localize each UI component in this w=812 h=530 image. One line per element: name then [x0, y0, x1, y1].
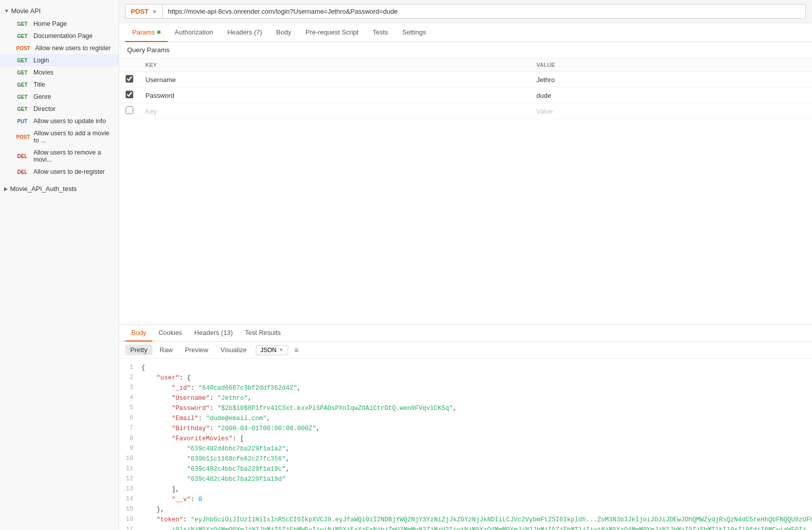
- method-badge-put: PUT: [14, 118, 30, 125]
- param-key-placeholder[interactable]: Key: [139, 103, 530, 119]
- chevron-right-icon: ▶: [4, 186, 8, 192]
- method-badge-get: GET: [14, 69, 30, 76]
- sidebar-item-label: Allow users to update info: [33, 118, 106, 125]
- param-checkbox[interactable]: [126, 75, 133, 83]
- sidebar-item[interactable]: GET Genre: [0, 91, 119, 103]
- format-pretty-button[interactable]: Pretty: [125, 345, 152, 355]
- method-badge-del: DEL: [14, 153, 30, 160]
- row-checkbox-cell: [119, 103, 139, 119]
- format-preview-button[interactable]: Preview: [180, 345, 213, 355]
- row-checkbox-cell: [119, 72, 139, 88]
- sidebar-item[interactable]: POST Allow new users to register: [0, 42, 119, 54]
- filter-icon[interactable]: ≡: [294, 346, 298, 354]
- query-params-header: Query Params: [119, 42, 812, 58]
- tab-authorization[interactable]: Authorization: [168, 23, 220, 42]
- tab-pre-request[interactable]: Pre-request Script: [298, 23, 366, 42]
- response-tab-cookies[interactable]: Cookies: [152, 325, 188, 342]
- request-tabs-bar: Params Authorization Headers (7) Body Pr…: [119, 23, 812, 42]
- method-badge-get: GET: [14, 106, 30, 112]
- tab-settings[interactable]: Settings: [395, 23, 433, 42]
- param-value[interactable]: Jethro: [530, 72, 812, 88]
- query-params-section: Query Params KEY VALUE Username Jethro: [119, 42, 812, 119]
- tab-headers[interactable]: Headers (7): [220, 23, 269, 42]
- sidebar-item[interactable]: GET Title: [0, 79, 119, 91]
- param-checkbox[interactable]: [126, 91, 133, 98]
- sidebar-item-label: Title: [33, 81, 45, 88]
- sidebar-item[interactable]: GET Movies: [0, 66, 119, 79]
- tab-label: Pre-request Script: [305, 28, 359, 36]
- sidebar-item-label: Allow users to de-register: [33, 168, 105, 175]
- sidebar: ▼ Movie API GET Home Page GET Documentat…: [0, 0, 119, 530]
- sidebar-item[interactable]: GET Director: [0, 103, 119, 115]
- sidebar-item[interactable]: GET Documentation Page: [0, 30, 119, 42]
- json-format-select[interactable]: JSON ▼: [256, 345, 288, 355]
- json-line: 4 "Username": "Jethro",: [119, 393, 812, 403]
- method-badge-get: GET: [14, 21, 30, 27]
- params-dot: [157, 30, 161, 34]
- json-line: 8 "FavoriteMovies": [: [119, 434, 812, 444]
- tab-tests[interactable]: Tests: [366, 23, 395, 42]
- sidebar-item[interactable]: POST Allow users to add a movie to ...: [0, 127, 119, 146]
- method-select[interactable]: POST ▼: [125, 4, 162, 19]
- tab-label: Authorization: [175, 28, 213, 36]
- collection-label: Movie API: [11, 7, 41, 15]
- json-line: 16 "token": "eyJhbGciOiJIUzI1NiIsInR5cCI…: [119, 515, 812, 525]
- method-badge-get: GET: [14, 33, 30, 40]
- tab-label: Headers (7): [227, 28, 262, 36]
- method-badge-get: GET: [14, 57, 30, 64]
- json-format-label: JSON: [260, 347, 277, 354]
- json-line: 5 "Password": "$2b$10$8P1frv4lC3xt.kxxPl…: [119, 403, 812, 413]
- format-bar: Pretty Raw Preview Visualize JSON ▼ ≡: [119, 342, 812, 359]
- json-line: 9 "639c482d4bbc7ba229f1a1a2",: [119, 444, 812, 454]
- response-tab-test-results[interactable]: Test Results: [239, 325, 287, 342]
- tab-label: Cookies: [159, 329, 182, 336]
- sidebar-item-label: Allow users to add a movie to ...: [34, 130, 114, 144]
- table-row-empty: Key Value: [119, 103, 812, 119]
- row-checkbox-cell: [119, 88, 139, 103]
- spacer: [119, 119, 812, 324]
- json-line: 10 "639b11c1168cfe62c27fc356",: [119, 454, 812, 464]
- sidebar-collection-movie-api[interactable]: ▼ Movie API: [0, 4, 119, 18]
- url-input[interactable]: [162, 4, 806, 19]
- method-badge-get: GET: [14, 94, 30, 100]
- sidebar-item-label: Allow new users to register: [35, 45, 110, 52]
- collection-label: Movie_API_Auth_tests: [10, 185, 77, 193]
- param-value-placeholder[interactable]: Value: [530, 103, 812, 119]
- tab-label: Params: [132, 28, 155, 36]
- json-viewer: 1 { 2 "user": { 3 "_id": "640cad6667c3bf…: [119, 359, 812, 530]
- method-badge-del: DEL: [14, 169, 30, 175]
- json-line: 7 "Birthday": "2000-04-01T00:00:00.000Z"…: [119, 424, 812, 434]
- response-tab-body[interactable]: Body: [125, 325, 152, 342]
- param-key[interactable]: Username: [139, 72, 530, 88]
- dropdown-chevron-icon: ▼: [151, 9, 157, 15]
- format-raw-button[interactable]: Raw: [154, 345, 178, 355]
- tab-label: Tests: [373, 28, 388, 36]
- chevron-down-icon: ▼: [4, 8, 9, 14]
- tab-params[interactable]: Params: [125, 23, 168, 42]
- sidebar-item-label: Movies: [33, 69, 54, 76]
- sidebar-item-login[interactable]: GET Login: [0, 54, 119, 66]
- params-table: KEY VALUE Username Jethro Password: [119, 58, 812, 119]
- sidebar-item[interactable]: GET Home Page: [0, 18, 119, 30]
- chevron-down-icon: ▼: [279, 347, 284, 353]
- param-checkbox[interactable]: [126, 106, 133, 114]
- method-badge-get: GET: [14, 82, 30, 88]
- sidebar-item-label: Documentation Page: [33, 32, 93, 40]
- json-line: 6 "Email": "dude@email.com",: [119, 413, 812, 424]
- sidebar-item[interactable]: PUT Allow users to update info: [0, 115, 119, 127]
- tab-label: Test Results: [245, 329, 281, 336]
- response-section: Body Cookies Headers (13) Test Results P…: [119, 324, 812, 530]
- json-line: 1 {: [119, 363, 812, 373]
- sidebar-item[interactable]: DEL Allow users to de-register: [0, 166, 119, 178]
- format-visualize-button[interactable]: Visualize: [215, 345, 252, 355]
- table-row: Password dude: [119, 88, 812, 103]
- response-tab-headers[interactable]: Headers (13): [188, 325, 239, 342]
- param-value[interactable]: dude: [530, 88, 812, 103]
- tab-body[interactable]: Body: [269, 23, 298, 42]
- json-line: 3 "_id": "640cad6667c3bf2ddf362d42",: [119, 383, 812, 393]
- param-key[interactable]: Password: [139, 88, 530, 103]
- json-line: 17 i0lsiNjM5YzQ4MmQ0YmJjN2JhMjI5ZjFhMWEy…: [119, 525, 812, 530]
- sidebar-collection-auth-tests[interactable]: ▶ Movie_API_Auth_tests: [0, 182, 119, 196]
- sidebar-item[interactable]: DEL Allow users to remove a movi...: [0, 146, 119, 166]
- tab-label: Settings: [402, 28, 426, 36]
